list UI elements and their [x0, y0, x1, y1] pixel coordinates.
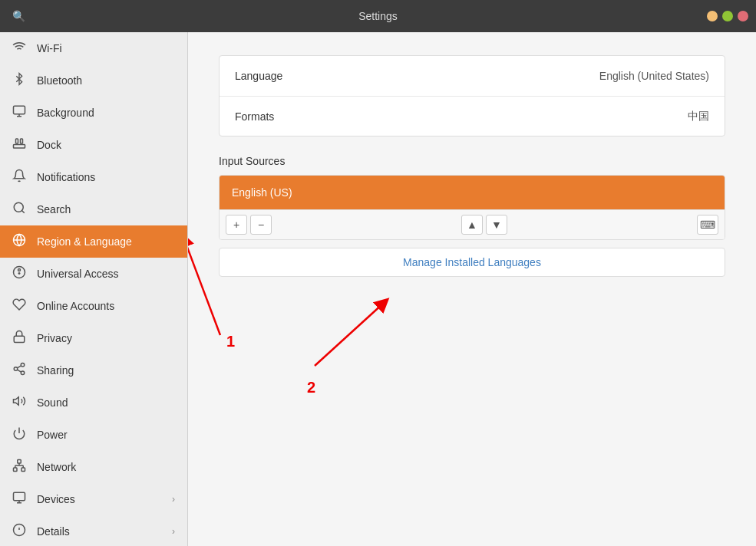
sidebar-label-details: Details — [37, 525, 161, 538]
input-sources-box: English (US) + − ▲ ▼ ⌨ — [219, 175, 725, 240]
formats-row[interactable]: Formats 中国 — [220, 96, 725, 136]
formats-value: 中国 — [688, 110, 709, 123]
sidebar-item-online-accounts[interactable]: Online Accounts — [0, 290, 187, 322]
sidebar-label-power: Power — [37, 429, 175, 441]
sidebar-item-power[interactable]: Power — [0, 419, 187, 451]
sidebar-label-background: Background — [37, 107, 175, 119]
sharing-icon — [12, 362, 26, 379]
sidebar-label-privacy: Privacy — [37, 332, 175, 344]
minimize-button[interactable] — [707, 11, 718, 21]
sidebar-label-bluetooth: Bluetooth — [37, 74, 175, 87]
maximize-button[interactable] — [722, 11, 733, 21]
input-sources-title: Input Sources — [219, 155, 725, 167]
wifi-icon — [12, 40, 26, 57]
sidebar-label-notifications: Notifications — [37, 171, 175, 183]
sidebar-item-universal-access[interactable]: Universal Access — [0, 258, 187, 290]
sidebar-label-wifi: Wi-Fi — [37, 42, 175, 54]
svg-rect-4 — [16, 139, 18, 143]
notifications-icon — [12, 169, 26, 186]
sidebar-item-background[interactable]: Background — [0, 97, 187, 129]
sound-icon — [12, 394, 26, 411]
power-icon — [12, 426, 26, 443]
search-icon[interactable]: 🔍 — [8, 5, 29, 27]
language-row[interactable]: Language English (United States) — [220, 56, 725, 96]
details-chevron-icon: › — [172, 526, 175, 537]
toolbar-nav-group: ▲ ▼ — [461, 215, 507, 235]
bluetooth-icon — [12, 72, 26, 89]
move-down-button[interactable]: ▼ — [486, 215, 507, 235]
keyboard-settings-button[interactable]: ⌨ — [697, 215, 718, 235]
dock-icon — [12, 136, 26, 153]
svg-rect-3 — [14, 145, 25, 149]
remove-input-source-button[interactable]: − — [250, 215, 272, 235]
svg-point-6 — [14, 202, 23, 212]
manage-installed-languages-button[interactable]: Manage Installed Languages — [219, 248, 725, 277]
formats-label: Formats — [235, 110, 688, 123]
svg-point-16 — [14, 367, 18, 371]
svg-line-18 — [17, 370, 21, 372]
sidebar-item-details[interactable]: Details › — [0, 515, 187, 546]
sidebar-item-sharing[interactable]: Sharing — [0, 354, 187, 386]
main-layout: Wi-Fi Bluetooth Background — [0, 32, 756, 546]
sidebar-item-bluetooth[interactable]: Bluetooth — [0, 64, 187, 97]
svg-point-17 — [21, 371, 25, 375]
sidebar-label-region-language: Region & Language — [37, 235, 175, 248]
svg-rect-22 — [21, 468, 25, 472]
background-icon — [12, 104, 26, 121]
sidebar-item-notifications[interactable]: Notifications — [0, 161, 187, 193]
sidebar-label-universal-access: Universal Access — [37, 268, 175, 280]
titlebar: 🔍 Settings — [0, 0, 756, 32]
sidebar-label-search: Search — [37, 203, 175, 215]
svg-point-11 — [18, 269, 21, 271]
details-icon — [12, 523, 26, 540]
sidebar-item-sound[interactable]: Sound — [0, 386, 187, 419]
devices-icon — [12, 491, 26, 508]
svg-text:2: 2 — [307, 379, 315, 396]
sidebar-item-dock[interactable]: Dock — [0, 129, 187, 161]
online-accounts-icon — [12, 298, 26, 314]
sidebar-item-wifi[interactable]: Wi-Fi — [0, 32, 187, 64]
svg-point-15 — [21, 363, 25, 367]
sidebar-label-devices: Devices — [37, 493, 161, 505]
sidebar-label-dock: Dock — [37, 139, 175, 151]
svg-text:1: 1 — [226, 333, 235, 350]
svg-rect-23 — [14, 468, 18, 472]
sidebar-label-sound: Sound — [37, 396, 175, 409]
sidebar: Wi-Fi Bluetooth Background — [0, 32, 188, 546]
svg-line-19 — [17, 366, 21, 368]
sidebar-item-search[interactable]: Search — [0, 193, 187, 225]
sidebar-item-devices[interactable]: Devices › — [0, 483, 187, 515]
language-label: Language — [235, 70, 599, 82]
sidebar-label-online-accounts: Online Accounts — [37, 300, 175, 312]
svg-line-32 — [188, 239, 220, 335]
sidebar-item-region-language[interactable]: Region & Language — [0, 225, 187, 258]
sidebar-label-network: Network — [37, 461, 175, 473]
universal-access-icon — [12, 265, 26, 282]
sidebar-label-sharing: Sharing — [37, 364, 175, 377]
window-title: Settings — [358, 10, 398, 22]
svg-rect-0 — [14, 106, 25, 114]
svg-rect-24 — [18, 460, 21, 464]
privacy-icon — [12, 330, 26, 347]
svg-line-7 — [21, 210, 24, 212]
sidebar-item-privacy[interactable]: Privacy — [0, 322, 187, 354]
svg-marker-20 — [14, 397, 19, 406]
devices-chevron-icon: › — [172, 494, 175, 505]
close-button[interactable] — [738, 11, 748, 21]
svg-rect-5 — [21, 139, 23, 143]
network-icon — [12, 459, 26, 475]
input-sources-section: Input Sources English (US) + − ▲ ▼ ⌨ Man… — [219, 155, 725, 277]
sidebar-item-network[interactable]: Network — [0, 451, 187, 483]
svg-line-34 — [315, 303, 384, 366]
move-up-button[interactable]: ▲ — [461, 215, 483, 235]
region-icon — [12, 233, 26, 250]
search-sidebar-icon — [12, 201, 26, 218]
language-value: English (United States) — [599, 70, 709, 82]
input-sources-toolbar: + − ▲ ▼ ⌨ — [220, 209, 725, 239]
input-source-english-us[interactable]: English (US) — [220, 176, 725, 209]
svg-rect-26 — [14, 492, 25, 501]
add-input-source-button[interactable]: + — [226, 215, 247, 235]
svg-rect-14 — [14, 336, 25, 342]
language-formats-card: Language English (United States) Formats… — [219, 55, 725, 136]
window-controls — [707, 11, 748, 21]
